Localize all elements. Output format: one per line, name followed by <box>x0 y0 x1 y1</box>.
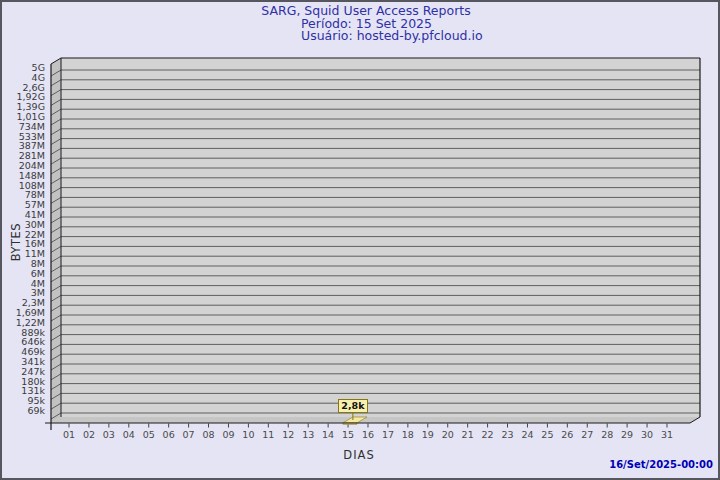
x-tick-label: 26 <box>557 429 577 440</box>
x-tick-label: 17 <box>378 429 398 440</box>
x-tick-label: 07 <box>179 429 199 440</box>
x-tick-label: 28 <box>597 429 617 440</box>
sarg-report-page: SARG, Squid User Access Reports Período:… <box>0 0 720 480</box>
data-point-value-label: 2,8k <box>338 399 368 413</box>
x-tick-label: 10 <box>238 429 258 440</box>
x-tick-label: 25 <box>537 429 557 440</box>
x-tick-label: 09 <box>218 429 238 440</box>
x-tick-label: 06 <box>159 429 179 440</box>
y-axis-tick-labels: 5G4G2,6G1,92G1,39G1,01G734M533M387M281M2… <box>0 0 45 480</box>
x-tick-label: 21 <box>458 429 478 440</box>
x-tick-label: 14 <box>318 429 338 440</box>
x-tick-label: 31 <box>657 429 677 440</box>
x-tick-label: 05 <box>139 429 159 440</box>
x-tick-label: 30 <box>637 429 657 440</box>
x-tick-label: 19 <box>418 429 438 440</box>
x-tick-label: 27 <box>577 429 597 440</box>
x-tick-label: 18 <box>398 429 418 440</box>
x-tick-label: 03 <box>99 429 119 440</box>
x-axis-title: DIAS <box>334 448 384 462</box>
x-tick-label: 02 <box>79 429 99 440</box>
x-axis-tick-labels: 0102030405060708091011121314151617181920… <box>0 429 720 443</box>
x-tick-label: 16 <box>358 429 378 440</box>
x-tick-label: 01 <box>59 429 79 440</box>
x-tick-label: 04 <box>119 429 139 440</box>
x-tick-label: 12 <box>278 429 298 440</box>
x-tick-label: 20 <box>438 429 458 440</box>
x-tick-label: 11 <box>258 429 278 440</box>
x-tick-label: 22 <box>478 429 498 440</box>
x-tick-label: 24 <box>517 429 537 440</box>
generated-timestamp: 16/Set/2025-00:00 <box>609 459 713 470</box>
x-tick-label: 13 <box>298 429 318 440</box>
x-tick-label: 29 <box>617 429 637 440</box>
x-tick-label: 08 <box>199 429 219 440</box>
x-tick-label: 23 <box>498 429 518 440</box>
y-tick-label: 69k <box>27 406 45 416</box>
x-tick-label: 15 <box>338 429 358 440</box>
